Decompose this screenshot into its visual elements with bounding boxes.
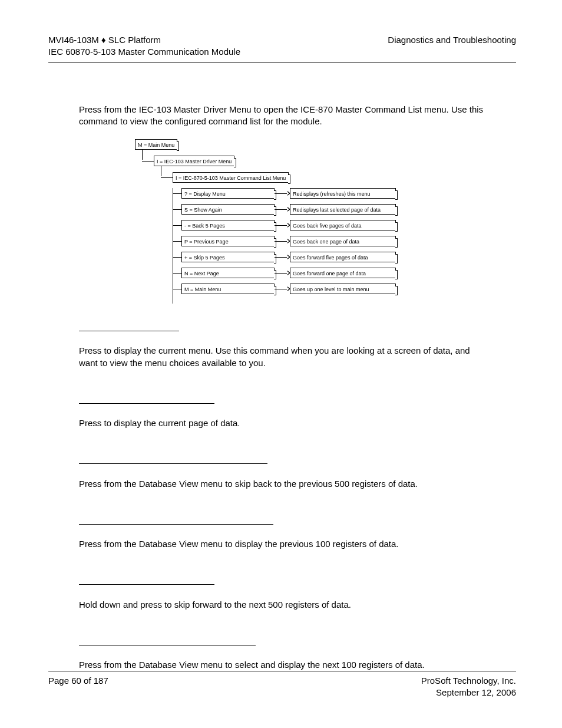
diagram-desc: Goes up one level to main menu <box>290 284 396 294</box>
intro-paragraph: Press from the IEC-103 Master Driver Men… <box>79 62 485 128</box>
diagram-key: M = Main Menu <box>181 284 275 294</box>
diagram-level2: I = IEC-103 Master Driver Menu <box>154 156 234 166</box>
diagram-desc: Goes back five pages of data <box>290 220 396 230</box>
diagram-item: + = Skip 5 Pages Goes forward five pages… <box>181 252 429 262</box>
diagram-item: S = Show Again Redisplays last selected … <box>181 204 429 215</box>
section-heading <box>79 637 256 645</box>
section-heading <box>79 395 214 404</box>
page: MVI46-103M ♦ SLC Platform IEC 60870-5-10… <box>0 0 562 728</box>
footer-rule <box>48 671 516 671</box>
header-right: Diagnostics and Troubleshooting <box>388 34 516 58</box>
header-subtitle: IEC 60870-5-103 Master Communication Mod… <box>48 46 240 58</box>
diagram-desc: Redisplays last selected page of data <box>290 204 396 215</box>
diagram-key: ? = Display Menu <box>181 188 275 199</box>
diagram-key: - = Back 5 Pages <box>181 220 275 230</box>
page-footer: Page 60 of 187 ProSoft Technology, Inc. … <box>48 671 516 699</box>
diagram-key: N = Next Page <box>181 268 275 278</box>
header-product: MVI46-103M ♦ SLC Platform <box>48 34 240 46</box>
diagram-item: - = Back 5 Pages Goes back five pages of… <box>181 220 429 230</box>
section-body: Press from the Database View menu to ski… <box>79 478 485 490</box>
diagram-level3: I = IEC-870-5-103 Master Command List Me… <box>173 172 289 183</box>
diagram-item: ? = Display Menu Redisplays (refreshes) … <box>181 188 429 199</box>
footer-company: ProSoft Technology, Inc. <box>421 675 516 687</box>
diagram-item: P = Previous Page Goes back one page of … <box>181 236 429 246</box>
diagram-item: N = Next Page Goes forward one page of d… <box>181 268 429 278</box>
diagram-level1: M = Main Menu <box>135 139 177 150</box>
diagram-desc: Goes back one page of data <box>290 236 396 246</box>
footer-page: Page 60 of 187 <box>48 675 108 699</box>
diagram-desc: Goes forward one page of data <box>290 268 396 278</box>
diagram-key: S = Show Again <box>181 204 275 215</box>
section-heading <box>79 322 179 331</box>
header-left: MVI46-103M ♦ SLC Platform IEC 60870-5-10… <box>48 34 240 58</box>
diagram-desc: Goes forward five pages of data <box>290 252 396 262</box>
section-heading <box>79 516 273 525</box>
section-body: Hold down and press to skip forward to t… <box>79 599 485 611</box>
section-heading <box>79 576 214 585</box>
content: Press from the IEC-103 Master Driver Men… <box>48 62 516 671</box>
section-heading <box>79 455 267 464</box>
section-body: Press from the Database View menu to sel… <box>79 659 485 671</box>
page-header: MVI46-103M ♦ SLC Platform IEC 60870-5-10… <box>48 34 516 58</box>
diagram-key: P = Previous Page <box>181 236 275 246</box>
diagram-item: M = Main Menu Goes up one level to main … <box>181 284 429 294</box>
diagram-desc: Redisplays (refreshes) this menu <box>290 188 396 199</box>
section-body: Press to display the current page of dat… <box>79 417 485 429</box>
menu-hierarchy-diagram: M = Main Menu I = IEC-103 Master Driver … <box>135 139 429 297</box>
section-body: Press to display the current menu. Use t… <box>79 345 485 369</box>
section-body: Press from the Database View menu to dis… <box>79 538 485 550</box>
footer-date: September 12, 2006 <box>421 687 516 699</box>
diagram-key: + = Skip 5 Pages <box>181 252 275 262</box>
header-section: Diagnostics and Troubleshooting <box>388 34 516 46</box>
